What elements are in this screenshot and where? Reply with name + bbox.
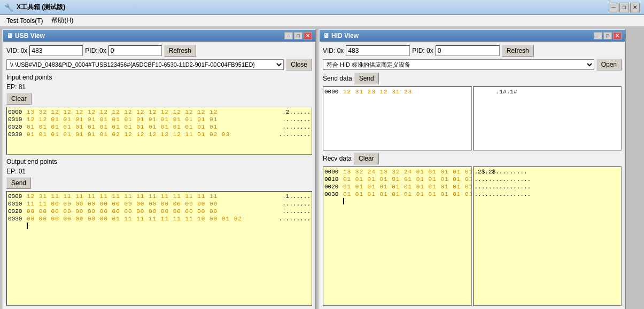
hid-send-data-label: Send data [323,75,352,82]
usb-pid-input[interactable] [108,45,162,56]
usb-vid-label: VID: 0x [6,47,27,54]
clear-row: Clear [6,93,312,105]
usb-pid-label: PID: 0x [85,47,106,54]
usb-refresh-button[interactable]: Refresh [164,45,196,57]
hid-recv-label-row: Recv data Clear [323,153,622,164]
hid-send-area-wrapper: 0000 12 31 23 12 31 23 .1#.1# [323,86,622,150]
usb-title-icon: 🖥 [6,32,13,39]
hid-device-select[interactable]: 符合 HID 标准的供应商定义设备 [323,59,594,70]
hid-close-btn[interactable]: ✕ [613,32,622,39]
minimize-button[interactable]: ─ [609,3,618,12]
main-area: 🖥 USB View ─ □ ✕ VID: 0x PID: 0x Refresh… [0,27,644,309]
usb-panel-content: VID: 0x PID: 0x Refresh \\ \USB#VID_0483… [3,42,315,309]
menu-help[interactable]: 帮助(H) [47,15,77,26]
hid-maximize-btn[interactable]: □ [603,32,612,39]
usb-device-select[interactable]: \\ \USB#VID_0483&PID_0004#TUSB123456#{A5… [6,59,284,70]
app-title: X工具箱 (测试版) [17,3,65,12]
close-button[interactable]: ✕ [630,3,640,12]
usb-clear-button[interactable]: Clear [6,93,32,105]
hid-send-button[interactable]: Send [354,73,379,84]
hid-titlebar-controls: ─ □ ✕ [594,32,622,39]
hid-send-hex-area[interactable]: 0000 12 31 23 12 31 23 [323,86,472,150]
ep-out-row: EP: 01 [6,168,312,175]
hid-send-ascii-area[interactable]: .1#.1# [473,86,622,150]
usb-output-data-area[interactable]: 0000 12 31 11 11 11 11 11 11 11 11 11 11… [6,191,312,306]
hid-refresh-button[interactable]: Refresh [502,45,534,57]
hid-recv-ascii-area[interactable]: .2$.2$......... ................ .......… [473,167,622,306]
table-row: ................ [475,176,620,183]
titlebar-controls: ─ □ ✕ [609,3,640,12]
usb-close-btn[interactable]: ✕ [304,32,312,39]
hid-pid-input[interactable] [436,45,500,56]
usb-device-row: \\ \USB#VID_0483&PID_0004#TUSB123456#{A5… [6,59,312,70]
table-row: 0010 01 01 01 01 01 01 01 01 01 01 01 01… [324,176,470,183]
hid-recv-data-label: Recv data [323,155,352,162]
ep-in-row: EP: 81 [6,83,312,91]
cursor-line [8,223,311,230]
usb-view-panel: 🖥 USB View ─ □ ✕ VID: 0x PID: 0x Refresh… [2,29,316,309]
usb-panel-title: USB View [15,32,45,39]
table-row: ................ [475,183,620,191]
table-row: 0000 13 32 12 12 12 12 12 12 12 12 12 12… [8,108,311,116]
table-row: 0020 01 01 01 01 01 01 01 01 01 01 01 01… [324,183,470,191]
table-row: 0010 12 12 01 01 01 01 01 01 01 01 01 01… [8,116,311,123]
hid-send-ascii-line: .1#.1# [475,88,620,96]
hid-device-row: 符合 HID 标准的供应商定义设备 Open [323,59,622,70]
table-row: 0030 00 00 00 00 00 00 00 01 11 11 11 11… [8,215,311,223]
usb-input-data-area[interactable]: 0000 13 32 12 12 12 12 12 12 12 12 12 12… [6,107,312,155]
usb-panel-titlebar: 🖥 USB View ─ □ ✕ [3,30,315,42]
usb-close-button[interactable]: Close [286,59,312,70]
ep-out-label: EP: 01 [6,168,26,175]
hid-panel-content: VID: 0x PID: 0x Refresh 符合 HID 标准的供应商定义设… [320,42,625,309]
table-row: .2$.2$......... [475,168,620,176]
hid-view-panel: 🖥 HID View ─ □ ✕ VID: 0x PID: 0x Refresh… [319,29,626,309]
ep-in-label: EP: 81 [6,83,26,91]
hid-pid-label: PID: 0x [412,47,433,54]
usb-maximize-btn[interactable]: □ [294,32,302,39]
usb-titlebar-controls: ─ □ ✕ [284,32,312,39]
app-titlebar: 🔧 X工具箱 (测试版) ─ □ ✕ [0,0,644,15]
hid-vid-input[interactable] [346,45,410,56]
table-row: 0030 01 01 01 01 01 01 01 02 12 12 12 12… [8,131,311,138]
usb-vid-pid-row: VID: 0x PID: 0x Refresh [6,45,312,57]
hid-send-data-line: 0000 12 31 23 12 31 23 [324,88,470,96]
hid-minimize-btn[interactable]: ─ [594,32,602,39]
hid-vid-pid-row: VID: 0x PID: 0x Refresh [323,45,622,57]
hid-send-label-row: Send data Send [323,73,622,84]
app-icon: 🔧 [4,3,13,12]
hid-vid-label: VID: 0x [323,47,344,54]
hid-recv-area-wrapper: 0000 13 32 24 13 32 24 01 01 01 01 01 01… [323,167,622,306]
hid-panel-titlebar: 🖥 HID View ─ □ ✕ [320,30,625,42]
hid-panel-title: HID View [331,32,359,39]
maximize-button[interactable]: □ [619,3,629,12]
table-row: 0020 01 01 01 01 01 01 01 01 01 01 01 01… [8,123,311,131]
hid-open-button[interactable]: Open [596,59,622,70]
hid-clear-button[interactable]: Clear [354,153,379,164]
table-row: 0020 00 00 00 00 00 00 00 00 00 00 00 00… [8,208,311,215]
input-section-label: Input end points [6,74,312,81]
table-row: 0000 12 31 11 11 11 11 11 11 11 11 11 11… [8,193,311,200]
table-row: 0000 13 32 24 13 32 24 01 01 01 01 01 01… [324,168,470,176]
send-row: Send [6,177,312,189]
table-row: 0030 01 01 01 01 01 01 01 01 01 01 01 01… [324,191,470,198]
usb-send-button[interactable]: Send [6,177,31,189]
menu-test-tools[interactable]: Test Tools(T) [2,16,47,26]
usb-vid-input[interactable] [29,45,83,56]
output-section-label: Output end points [6,158,312,165]
hid-title-icon: 🖥 [323,32,329,39]
table-row: 0010 11 11 00 00 00 00 00 00 00 00 00 00… [8,200,311,208]
table-row: ................ [475,191,620,198]
menu-bar: Test Tools(T) 帮助(H) [0,15,644,27]
hid-recv-hex-area[interactable]: 0000 13 32 24 13 32 24 01 01 01 01 01 01… [323,167,472,306]
usb-minimize-btn[interactable]: ─ [284,32,293,39]
cursor-line [324,198,470,205]
